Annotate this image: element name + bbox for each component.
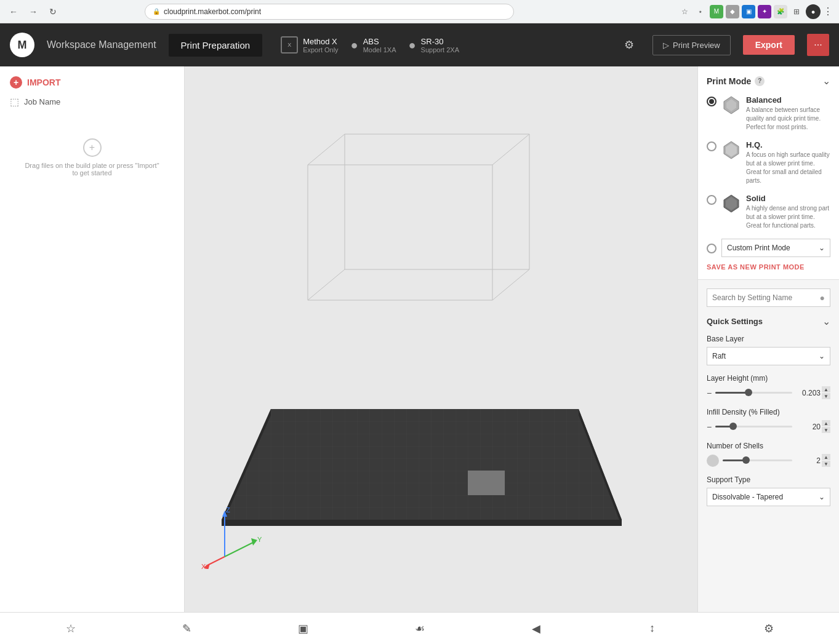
infill-density-down[interactable]: ▼ bbox=[822, 427, 830, 433]
layer-height-stepper[interactable]: ▲ ▼ bbox=[822, 386, 830, 399]
svg-text:X: X bbox=[201, 563, 206, 569]
infill-density-track[interactable] bbox=[715, 426, 792, 427]
wireframe-svg bbox=[246, 116, 585, 392]
toolbar-paint-button[interactable]: ☙ bbox=[409, 618, 431, 640]
layer-height-thumb[interactable] bbox=[745, 389, 752, 396]
balanced-radio[interactable] bbox=[707, 97, 717, 106]
svg-line-8 bbox=[308, 269, 345, 300]
infill-density-thumb[interactable] bbox=[729, 423, 737, 430]
toolbar-crop-button[interactable]: ▣ bbox=[292, 618, 315, 640]
balanced-mode-option[interactable]: Balanced A balance between surface quali… bbox=[707, 95, 830, 132]
browser-menu-dots[interactable]: ⋮ bbox=[823, 6, 833, 17]
shells-stepper[interactable]: ▲ ▼ bbox=[822, 454, 830, 467]
star-icon[interactable]: ⋆ bbox=[694, 5, 707, 18]
print-mode-title: Print Mode ? bbox=[707, 76, 765, 86]
print-preparation-button[interactable]: Print Preparation bbox=[169, 34, 263, 57]
custom-mode-dropdown[interactable]: Custom Print Mode ⌄ bbox=[721, 239, 830, 257]
more-options-button[interactable]: ··· bbox=[807, 34, 829, 56]
infill-density-stepper[interactable]: ▲ ▼ bbox=[822, 420, 830, 433]
search-input[interactable] bbox=[712, 293, 816, 302]
export-button[interactable]: Export bbox=[743, 35, 795, 55]
toolbar-settings-button[interactable]: ⚙ bbox=[758, 618, 780, 640]
toolbar-select-button[interactable]: ☆ bbox=[60, 618, 82, 640]
quick-settings-header: Quick Settings ⌄ bbox=[707, 316, 830, 327]
svg-text:Z: Z bbox=[226, 507, 230, 514]
solid-radio[interactable] bbox=[707, 195, 717, 205]
quick-settings-collapse-button[interactable]: ⌄ bbox=[822, 316, 830, 327]
import-button[interactable]: + IMPORT bbox=[10, 76, 60, 89]
canvas-area[interactable]: Z Y X bbox=[185, 66, 697, 612]
layer-height-track[interactable] bbox=[715, 392, 792, 394]
makerbot-logo[interactable]: M bbox=[10, 33, 34, 57]
svg-marker-22 bbox=[251, 538, 257, 546]
infill-density-minus[interactable]: − bbox=[707, 422, 712, 432]
custom-radio[interactable] bbox=[707, 244, 717, 253]
toolbar-edit-button[interactable]: ✎ bbox=[176, 618, 198, 640]
hq-mode-option[interactable]: H.Q. A focus on high surface quality but… bbox=[707, 140, 830, 185]
job-name-icon: ⬚ bbox=[10, 96, 19, 108]
ext-purple-icon[interactable]: ✦ bbox=[758, 5, 771, 18]
print-mode-header: Print Mode ? ⌄ bbox=[707, 75, 830, 87]
search-box[interactable]: ● bbox=[707, 288, 830, 307]
svg-marker-13 bbox=[222, 409, 622, 520]
base-layer-dropdown[interactable]: Raft ⌄ bbox=[707, 347, 830, 365]
layer-height-minus[interactable]: − bbox=[707, 388, 712, 398]
grid-view-icon[interactable]: ⊞ bbox=[790, 5, 803, 18]
ext-gray-icon[interactable]: ◆ bbox=[726, 5, 739, 18]
save-print-mode-link[interactable]: SAVE AS NEW PRINT MODE bbox=[707, 263, 830, 271]
toolbar-move-button[interactable]: ↕ bbox=[641, 618, 664, 640]
drop-zone: + Drag files on the build plate or press… bbox=[10, 126, 174, 189]
bookmark-icon[interactable]: ☆ bbox=[678, 5, 691, 18]
sr30-sub: Support 2XA bbox=[421, 46, 459, 54]
print-preview-button[interactable]: ▷ Print Preview bbox=[652, 35, 731, 55]
help-badge[interactable]: ? bbox=[755, 76, 765, 86]
svg-text:Y: Y bbox=[257, 536, 262, 543]
sr30-name: SR-30 bbox=[421, 37, 459, 46]
svg-line-10 bbox=[308, 134, 345, 165]
svg-line-9 bbox=[492, 269, 529, 300]
support-type-dropdown[interactable]: Dissolvable - Tapered ⌄ bbox=[707, 488, 830, 506]
toolbar-cut-button[interactable]: ◀ bbox=[525, 618, 547, 640]
method-x-icon: X bbox=[281, 36, 298, 54]
support-type-label: Support Type bbox=[707, 475, 830, 484]
shells-setting: Number of Shells 2 ▲ ▼ bbox=[707, 442, 830, 467]
print-mode-collapse-button[interactable]: ⌄ bbox=[822, 75, 830, 87]
solid-mode-option[interactable]: Solid A highly dense and strong part but… bbox=[707, 194, 830, 230]
browser-url-bar[interactable]: 🔒 cloudprint.makerbot.com/print bbox=[145, 4, 514, 20]
hq-radio[interactable] bbox=[707, 141, 717, 151]
method-x-sub: Export Only bbox=[303, 46, 338, 54]
custom-dropdown-chevron: ⌄ bbox=[819, 244, 825, 252]
url-text: cloudprint.makerbot.com/print bbox=[164, 7, 261, 16]
left-sidebar: + IMPORT ⬚ Job Name + Drag files on the … bbox=[0, 66, 185, 612]
shells-track[interactable] bbox=[723, 459, 792, 461]
layer-height-value: 0.203 bbox=[796, 389, 821, 397]
machine-card-abs: ● ABS Model 1XA bbox=[351, 37, 396, 54]
infill-density-up[interactable]: ▲ bbox=[822, 420, 830, 426]
drop-circle-icon: + bbox=[83, 138, 102, 157]
import-plus-icon: + bbox=[10, 76, 22, 89]
shells-down[interactable]: ▼ bbox=[822, 461, 830, 467]
browser-refresh-button[interactable]: ↻ bbox=[46, 4, 60, 19]
shells-fill bbox=[723, 459, 744, 461]
workspace-management-link[interactable]: Workspace Management bbox=[47, 39, 156, 50]
settings-gear-button[interactable]: ⚙ bbox=[618, 34, 640, 56]
shells-thumb[interactable] bbox=[742, 456, 750, 464]
layer-height-up[interactable]: ▲ bbox=[822, 386, 830, 392]
sr30-material-icon: ● bbox=[409, 38, 416, 52]
layer-height-down[interactable]: ▼ bbox=[822, 393, 830, 399]
app-header: M Workspace Management Print Preparation… bbox=[0, 23, 839, 66]
profile-avatar[interactable]: ● bbox=[806, 4, 821, 19]
right-panel: Print Mode ? ⌄ bbox=[697, 66, 839, 612]
infill-density-setting: Infill Density (% Filled) − 20 ▲ ▼ bbox=[707, 408, 830, 433]
layer-height-fill bbox=[715, 392, 746, 394]
ext-blue-icon[interactable]: ▣ bbox=[742, 5, 755, 18]
shells-up[interactable]: ▲ bbox=[822, 454, 830, 460]
ext-puzzle-icon[interactable]: 🧩 bbox=[774, 5, 787, 18]
hq-mode-icon bbox=[721, 140, 741, 160]
infill-density-label: Infill Density (% Filled) bbox=[707, 408, 830, 416]
ext-green-icon[interactable]: M bbox=[710, 5, 723, 18]
infill-density-value: 20 bbox=[796, 423, 821, 431]
browser-forward-button[interactable]: → bbox=[26, 4, 41, 19]
browser-back-button[interactable]: ← bbox=[6, 4, 21, 19]
print-preview-play-icon: ▷ bbox=[663, 41, 669, 50]
